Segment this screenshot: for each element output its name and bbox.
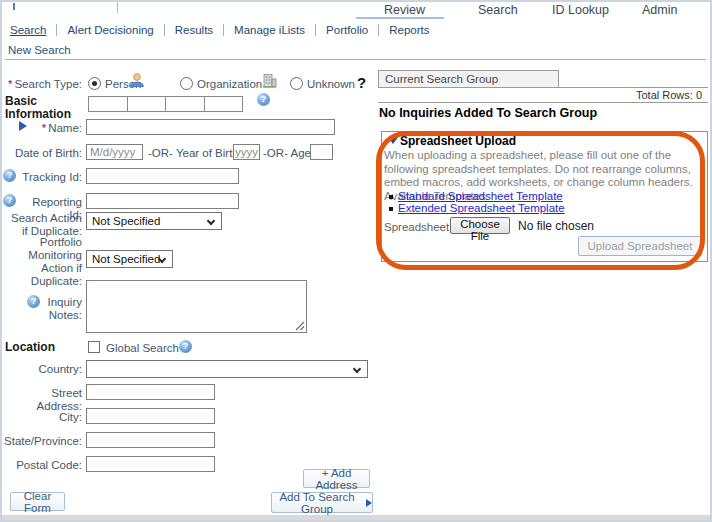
nav-separator <box>164 24 165 36</box>
dob-label: Date of Birth: <box>4 147 82 160</box>
name-parts-box[interactable] <box>88 96 243 112</box>
spreadsheet-upload-heading: Spreadsheet Upload <box>400 134 516 148</box>
section-location: Location <box>5 340 55 354</box>
extended-template-link[interactable]: Extended Spreadsheet Template <box>398 202 565 214</box>
year-of-birth-input[interactable] <box>233 144 260 160</box>
chevron-down-icon <box>353 365 361 373</box>
help-icon[interactable]: ? <box>27 295 40 308</box>
required-marker: * <box>42 122 46 134</box>
total-rows: Total Rows: 0 <box>378 89 708 103</box>
or-age-label: -OR- Age: <box>263 147 314 159</box>
chevron-down-icon <box>207 217 215 225</box>
clear-form-button[interactable]: Clear Form <box>10 492 65 511</box>
nav-reports[interactable]: Reports <box>389 24 429 36</box>
choose-file-button[interactable]: Choose File <box>450 217 510 234</box>
postal-code-input[interactable] <box>86 456 215 472</box>
city-label: City: <box>4 411 82 424</box>
nav-separator <box>223 24 224 36</box>
nav-separator <box>378 24 379 36</box>
help-icon[interactable]: ? <box>257 93 270 106</box>
add-address-button[interactable]: + Add Address <box>303 469 370 488</box>
radio-organization-label: Organization <box>197 78 262 90</box>
global-search-label: Global Search <box>106 342 179 354</box>
reporting-id-input[interactable] <box>86 193 239 209</box>
street-address-label: Street Address: <box>4 387 82 413</box>
inquiry-notes-label: Inquiry Notes: <box>44 296 82 322</box>
help-icon[interactable]: ? <box>179 340 192 353</box>
portfolio-action-select[interactable]: Not Specified <box>86 250 173 268</box>
search-action-label: Search Action if Duplicate: <box>4 212 82 238</box>
country-label: Country: <box>4 363 82 376</box>
nav-separator <box>315 24 316 36</box>
breadcrumb-new-search[interactable]: New Search <box>8 44 71 56</box>
spreadsheet-file-label: Spreadsheet: <box>384 221 452 233</box>
state-province-input[interactable] <box>86 432 215 448</box>
tab-review[interactable]: Review <box>384 3 425 17</box>
tab-current-search-group[interactable]: Current Search Group <box>378 70 559 88</box>
radio-unknown[interactable] <box>290 77 303 90</box>
no-file-chosen-text: No file chosen <box>518 219 594 233</box>
or-year-of-birth-label: -OR- Year of Birth: <box>148 147 242 159</box>
app-window: Review Search ID Lookup Admin Search Ale… <box>0 0 712 522</box>
radio-unknown-label: Unknown <box>307 78 355 90</box>
tracking-id-label: Tracking Id: <box>20 171 82 184</box>
secondary-nav: Search Alert Decisioning Results Manage … <box>10 22 430 37</box>
spreadsheet-upload-panel: Spreadsheet Upload When uploading a spre… <box>381 131 708 262</box>
empty-search-group-message: No Inquiries Added To Search Group <box>379 106 597 120</box>
tracking-id-input[interactable] <box>86 168 239 184</box>
inquiry-notes-textarea[interactable] <box>86 280 307 333</box>
name-label: *Name: <box>4 122 82 135</box>
arrow-right-icon <box>366 499 372 507</box>
tab-search[interactable]: Search <box>478 3 518 17</box>
bullet-icon <box>389 207 393 211</box>
add-to-search-group-button[interactable]: Add To Search Group <box>271 492 373 513</box>
radio-organization[interactable] <box>180 77 193 90</box>
country-select[interactable] <box>86 360 368 378</box>
bottom-strip <box>0 515 712 522</box>
person-icon <box>129 72 145 88</box>
required-marker: * <box>8 78 12 90</box>
street-address-input[interactable] <box>86 384 215 400</box>
global-search-checkbox[interactable] <box>88 341 100 353</box>
search-action-select[interactable]: Not Specified <box>86 212 222 230</box>
total-rows-value: 0 <box>696 89 702 101</box>
postal-code-label: Postal Code: <box>4 459 82 472</box>
logo-remnant <box>13 3 15 10</box>
age-input[interactable] <box>310 144 333 160</box>
bullet-icon <box>389 195 393 199</box>
nav-results[interactable]: Results <box>175 24 213 36</box>
collapse-arrow-icon[interactable] <box>388 137 398 144</box>
nav-alert-decisioning[interactable]: Alert Decisioning <box>67 24 153 36</box>
nav-manage-ilists[interactable]: Manage iLists <box>234 24 305 36</box>
standard-template-link[interactable]: Standard Spreadsheet Template <box>398 190 563 202</box>
upload-spreadsheet-button[interactable]: Upload Spreadsheet <box>578 236 702 256</box>
question-icon: ? <box>357 74 366 91</box>
tab-id-lookup[interactable]: ID Lookup <box>552 3 609 17</box>
portfolio-action-label: Portfolio Monitoring Action if Duplicate… <box>20 236 82 288</box>
nav-separator <box>56 24 57 36</box>
search-group-tab-row: Current Search Group <box>378 70 708 88</box>
title-divider <box>5 59 706 60</box>
nav-search[interactable]: Search <box>10 24 46 36</box>
name-input[interactable] <box>86 119 335 135</box>
dob-input[interactable] <box>86 144 143 160</box>
header-divider <box>117 2 118 13</box>
city-input[interactable] <box>86 408 215 424</box>
help-icon[interactable]: ? <box>3 169 16 182</box>
tab-admin[interactable]: Admin <box>642 3 677 17</box>
search-type-label: *Search Type: <box>4 78 82 91</box>
help-icon[interactable]: ? <box>3 194 16 207</box>
nav-portfolio[interactable]: Portfolio <box>326 24 368 36</box>
building-icon <box>262 73 277 88</box>
active-tab-underline <box>356 17 444 19</box>
state-province-label: State/Province: <box>4 435 82 448</box>
radio-person[interactable] <box>88 77 101 90</box>
section-basic-information: Basic Information <box>5 95 85 121</box>
